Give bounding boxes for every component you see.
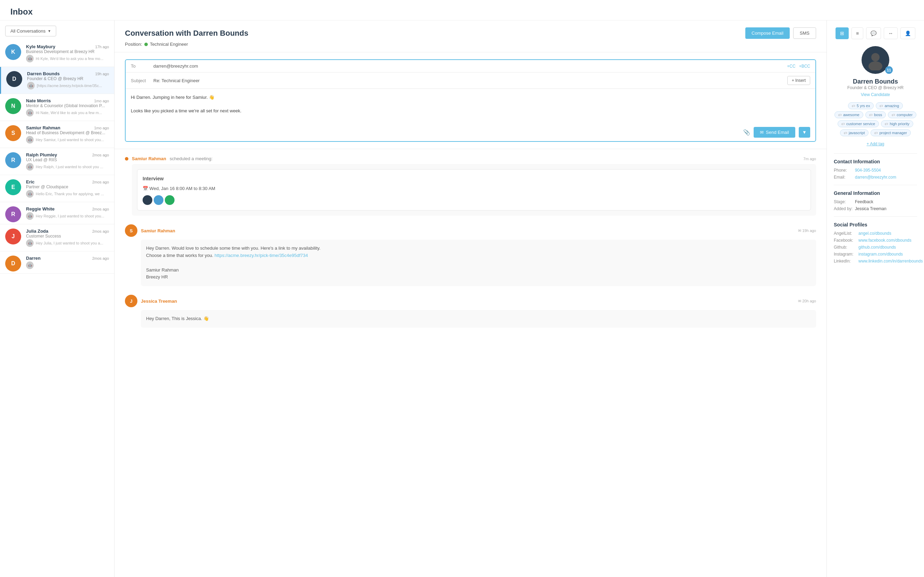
- social-link[interactable]: angel.co/dbounds: [858, 231, 892, 236]
- send-options-button[interactable]: ▼: [799, 127, 810, 138]
- avatar: N: [5, 98, 21, 114]
- tag-icon: 🏷: [869, 113, 873, 117]
- conv-time: 17h ago: [95, 45, 109, 49]
- phone-label: Phone:: [834, 168, 853, 173]
- tag-awesome[interactable]: 🏷awesome: [835, 111, 863, 118]
- conversation-item-kyle[interactable]: K Kyle Maybury 17h ago Business Developm…: [0, 40, 114, 67]
- panel-person-icon-button[interactable]: 👤: [900, 27, 915, 39]
- tag-icon: 🏷: [874, 131, 878, 135]
- avatar: K: [5, 44, 21, 60]
- conv-time: 2mos ago: [92, 256, 109, 260]
- panel-list-icon-button[interactable]: ≡: [851, 27, 863, 39]
- sender-name: Samiur Rahman: [132, 156, 166, 161]
- conversation-item-darren[interactable]: D Darren Bounds 19h ago Founder & CEO @ …: [0, 67, 114, 94]
- sms-button[interactable]: SMS: [793, 27, 816, 39]
- tag-label: computer: [897, 113, 913, 117]
- page-header: Inbox: [0, 0, 924, 21]
- meeting-title: Interview: [142, 175, 805, 182]
- conv-name: Darren Bounds: [27, 71, 60, 76]
- tag-customer-service[interactable]: 🏷customer service: [838, 120, 879, 127]
- sender-avatar: S: [125, 224, 137, 237]
- to-value: darren@breezyhr.com: [153, 63, 783, 69]
- conv-subtitle: Partner @ Cloudspace: [26, 184, 109, 189]
- divider-2: [834, 185, 917, 185]
- email-link[interactable]: https://acme.breezy.hr/pick-time/35c4e95…: [215, 253, 308, 258]
- social-links-container: AngelList: angel.co/dbounds Facebook: ww…: [834, 231, 917, 264]
- tag-computer[interactable]: 🏷computer: [888, 111, 916, 118]
- social-link[interactable]: www.facebook.com/dbounds: [858, 238, 911, 243]
- meeting-avatar-1: [142, 195, 152, 205]
- compose-body[interactable]: Hi Darren. Jumping in here for Samiur. 👋…: [126, 89, 816, 123]
- conv-preview-row: 🤖 Hello Eric, Thank you for applying, we…: [26, 190, 109, 198]
- tag-5-yrs-ex[interactable]: 🏷5 yrs ex: [848, 102, 874, 109]
- view-candidate-link[interactable]: View Candidate: [834, 92, 917, 97]
- conv-preview: Hi Nate, We'd like to ask you a few m...: [36, 111, 109, 115]
- tag-project-manager[interactable]: 🏷project manager: [871, 129, 911, 136]
- conv-preview: [https://acme.breezy.hr/pick-time/35c...: [37, 84, 109, 88]
- conv-top-row: Samiur Rahman 1mo ago: [26, 125, 109, 131]
- send-email-button[interactable]: ✉ Send Email: [754, 127, 795, 138]
- conversation-item-samiur[interactable]: S Samiur Rahman 1mo ago Head of Business…: [0, 121, 114, 148]
- insert-button[interactable]: + Insert: [787, 76, 810, 85]
- bcc-button[interactable]: +BCC: [799, 64, 810, 69]
- conversation-item-ralph[interactable]: R Ralph Plumley 2mos ago UX Lead @ RIIS …: [0, 148, 114, 175]
- panel-arrows-icon-button[interactable]: ↔: [884, 27, 898, 39]
- phone-value: 904-395-5504: [855, 168, 881, 173]
- conv-subtitle: UX Lead @ RIIS: [26, 158, 109, 162]
- message-time: ✉ 19h ago: [798, 229, 816, 233]
- conv-name: Samiur Rahman: [26, 125, 60, 131]
- tag-label: boss: [874, 113, 882, 117]
- conv-time: 2mos ago: [92, 180, 109, 184]
- avatar-small: 🤖: [26, 239, 34, 247]
- tag-javascript[interactable]: 🏷javascript: [840, 129, 869, 136]
- avatar-small: 🤖: [26, 190, 34, 198]
- subject-label: Subject: [131, 78, 150, 83]
- message-header: S Samiur Rahman ✉ 19h ago: [125, 224, 816, 237]
- message-item-msg3: J Jessica Treeman ✉ 20h ago Hey Darren, …: [125, 295, 816, 328]
- conversation-item-nate[interactable]: N Nate Morris 1mo ago Mentor & Counselor…: [0, 94, 114, 121]
- add-tag-button[interactable]: + Add tag: [834, 142, 917, 146]
- conversation-item-julia[interactable]: J Julia Zoda 2mos ago Customer Success 🤖…: [0, 224, 114, 251]
- avatar: D: [5, 256, 21, 271]
- conv-name: Kyle Maybury: [26, 44, 55, 49]
- conversation-header: Conversation with Darren Bounds Compose …: [115, 21, 827, 52]
- social-link[interactable]: www.linkedin.com/in/darrenbounds: [858, 259, 922, 264]
- sender-name: Jessica Treeman: [141, 298, 177, 304]
- compose-body-line1: Hi Darren. Jumping in here for Samiur. 👋: [131, 94, 810, 101]
- conv-time: 19h ago: [95, 72, 109, 76]
- conversation-item-reggie[interactable]: R Reggie White 2mos ago 🤖 Hey Reggie, I …: [0, 202, 114, 224]
- avatar-small: 🤖: [26, 261, 34, 269]
- sidebar-header: All Conversations ▼: [0, 21, 114, 40]
- to-label: To: [131, 63, 150, 69]
- subject-field: Subject Re: Technical Engineer + Insert: [126, 73, 816, 89]
- phone-row: Phone: 904-395-5504: [834, 168, 917, 173]
- tag-label: high priority: [890, 122, 909, 126]
- social-link[interactable]: github.com/dbounds: [858, 245, 896, 250]
- chevron-down-icon: ▼: [47, 29, 51, 33]
- panel-chat-icon-button[interactable]: 💬: [866, 27, 881, 39]
- social-link[interactable]: instagram.com/dbounds: [858, 252, 903, 256]
- attachment-icon[interactable]: 📎: [743, 129, 750, 135]
- conv-subtitle: Founder & CEO @ Breezy HR: [27, 76, 109, 81]
- all-conversations-filter[interactable]: All Conversations ▼: [5, 26, 56, 36]
- tag-amazing[interactable]: 🏷amazing: [876, 102, 903, 109]
- conversation-item-eric[interactable]: E Eric 2mos ago Partner @ Cloudspace 🤖 H…: [0, 175, 114, 202]
- message-sender: J Jessica Treeman: [125, 295, 177, 307]
- tag-label: javascript: [849, 131, 865, 135]
- tag-boss[interactable]: 🏷boss: [865, 111, 886, 118]
- main-layout: All Conversations ▼ K Kyle Maybury 17h a…: [0, 21, 924, 577]
- panel-grid-icon-button[interactable]: ⊞: [835, 27, 849, 39]
- tag-high-priority[interactable]: 🏷high priority: [881, 120, 913, 127]
- conversation-item-darren2[interactable]: D Darren 2mos ago 🤖: [0, 251, 114, 274]
- avatar: R: [5, 206, 21, 222]
- social-section-title: Social Profiles: [834, 222, 917, 227]
- conv-top-row: Reggie White 2mos ago: [26, 206, 109, 211]
- cc-button[interactable]: +CC: [787, 64, 795, 69]
- added-by-value: Jessica Treeman: [855, 206, 887, 211]
- social-label: Facebook:: [834, 238, 856, 243]
- compose-email-button[interactable]: Compose Email: [745, 27, 790, 39]
- conv-preview: Hi Kyle, We'd like to ask you a few mo..…: [36, 56, 109, 61]
- conv-time: 2mos ago: [92, 153, 109, 157]
- conv-subtitle: Head of Business Development @ Breez...: [26, 131, 109, 135]
- subject-value[interactable]: Re: Technical Engineer: [153, 78, 784, 83]
